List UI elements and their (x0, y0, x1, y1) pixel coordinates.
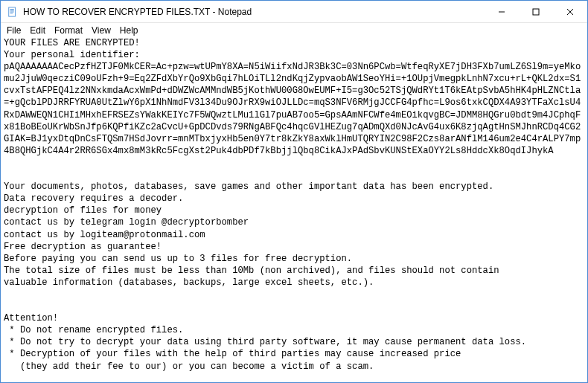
line-header: YOUR FILES ARE ENCRYPTED! (4, 38, 140, 48)
line-p9: valuable information (databases, backups… (4, 277, 374, 288)
line-p8: The total size of files must be less tha… (4, 265, 499, 276)
menu-help[interactable]: Help (115, 25, 143, 36)
close-button[interactable] (553, 1, 587, 22)
text-area[interactable]: YOUR FILES ARE ENCRYPTED! Your personal … (1, 37, 587, 383)
svg-rect-6 (533, 9, 539, 15)
notepad-icon (7, 6, 19, 18)
bullet-2: * Do not try to decrypt your data using … (4, 337, 526, 347)
line-p5: contact us by logiteam@protonmail.com (4, 230, 205, 240)
line-p4: contact us by telegram login @decryptorb… (4, 217, 249, 228)
identifier-block: pAQAAAAAAACecPzfHZTJF0MkCER=Ac+pzw=wtUPm… (4, 62, 581, 156)
line-p6: Free decryption as guarantee! (4, 242, 162, 252)
line-p7: Before paying you can send us up to 3 fi… (4, 254, 352, 264)
titlebar: HOW TO RECOVER ENCRYPTED FILES.TXT - Not… (1, 1, 587, 23)
maximize-button[interactable] (519, 1, 553, 22)
menu-view[interactable]: View (87, 25, 115, 36)
bullet-1: * Do not rename encrypted files. (4, 325, 183, 335)
window-title: HOW TO RECOVER ENCRYPTED FILES.TXT - Not… (23, 7, 485, 17)
line-pid-label: Your personal identifier: (4, 50, 140, 60)
window-controls (485, 1, 587, 22)
menu-edit[interactable]: Edit (25, 25, 50, 36)
line-p3: decryption of files for money (4, 205, 162, 216)
bullet-3b: (they add their fee to our) or you can b… (4, 361, 374, 372)
line-attention: Attention! (4, 313, 58, 324)
line-p2: Data recovery requires a decoder. (4, 193, 183, 204)
menu-format[interactable]: Format (50, 25, 87, 36)
line-p1: Your documents, photos, databases, save … (4, 181, 493, 192)
bullet-3: * Decryption of your files with the help… (4, 349, 461, 359)
minimize-button[interactable] (485, 1, 519, 22)
menu-file[interactable]: File (2, 25, 25, 36)
menubar: File Edit Format View Help (1, 23, 587, 37)
